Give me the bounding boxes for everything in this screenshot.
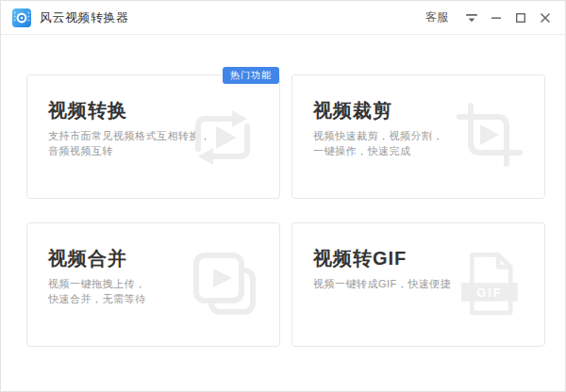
card-video-convert[interactable]: 热门功能 视频转换 支持市面常见视频格式互相转换， 音频视频互转: [26, 74, 280, 199]
close-icon[interactable]: [535, 8, 556, 28]
titlebar-controls: 客服: [425, 8, 556, 28]
minimize-icon[interactable]: [486, 8, 507, 28]
app-logo-icon: [12, 8, 31, 27]
support-link[interactable]: 客服: [425, 9, 448, 25]
maximize-icon[interactable]: [510, 8, 531, 28]
card-video-to-gif[interactable]: 视频转GIF 视频一键转成GIF，快速便捷 GIF: [291, 222, 545, 347]
convert-loop-play-icon: [185, 100, 260, 175]
crop-play-icon: [450, 100, 525, 175]
card-video-merge[interactable]: 视频合并 视频一键拖拽上传， 快速合并，无需等待: [26, 222, 280, 347]
app-window: 风云视频转换器 客服: [0, 0, 566, 392]
menu-icon[interactable]: [461, 8, 482, 28]
stacked-videos-icon: [185, 248, 260, 323]
gif-label: GIF: [476, 286, 502, 300]
app-title: 风云视频转换器: [40, 9, 129, 26]
feature-grid: 热门功能 视频转换 支持市面常见视频格式互相转换， 音频视频互转 视频裁剪 视频…: [26, 74, 541, 347]
gif-file-icon: GIF: [450, 248, 525, 323]
card-video-crop[interactable]: 视频裁剪 视频快速裁剪，视频分割， 一键操作，快速完成: [291, 74, 545, 199]
titlebar: 风云视频转换器 客服: [1, 1, 565, 35]
hot-feature-badge: 热门功能: [223, 67, 279, 84]
